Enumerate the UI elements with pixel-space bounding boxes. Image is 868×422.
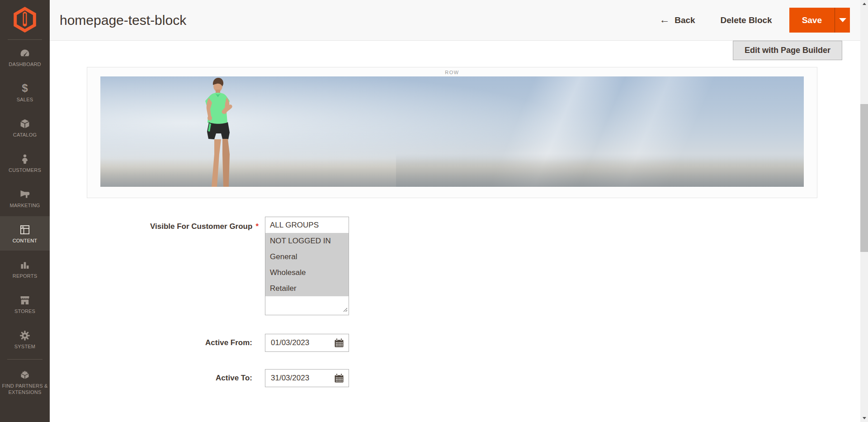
magento-logo[interactable]	[0, 0, 50, 39]
option-wholesale[interactable]: Wholesale	[265, 265, 349, 280]
active-to-field	[265, 369, 349, 387]
sidebar-nav: DASHBOARD $ SALES CATALOG CUSTOMERS	[0, 40, 50, 402]
scroll-down-icon	[863, 417, 866, 419]
option-all-groups[interactable]: ALL GROUPS	[265, 217, 349, 233]
sidebar-divider	[7, 359, 42, 360]
reports-icon	[1, 259, 49, 270]
page-builder-toolbar: Edit with Page Builder	[50, 41, 860, 67]
content-icon	[1, 223, 49, 235]
sidebar-item-label: MARKETING	[1, 202, 49, 209]
sidebar-item-catalog[interactable]: CATALOG	[0, 110, 50, 145]
scroll-up-icon	[863, 3, 866, 5]
sidebar-item-sales[interactable]: $ SALES	[0, 75, 50, 109]
customer-group-multiselect[interactable]: ALL GROUPS NOT LOGGED IN General Wholesa…	[265, 217, 349, 315]
sidebar-item-label: SYSTEM	[1, 343, 49, 350]
back-label: Back	[675, 15, 695, 25]
required-mark: *	[255, 222, 259, 231]
sidebar-item-reports[interactable]: REPORTS	[0, 251, 50, 286]
block-preview[interactable]: ROW	[87, 67, 817, 198]
customer-group-row: Visible For Customer Group* ALL GROUPS N…	[50, 217, 860, 315]
sidebar-item-dashboard[interactable]: DASHBOARD	[0, 40, 50, 74]
dashboard-icon	[1, 47, 49, 59]
option-not-logged-in[interactable]: NOT LOGGED IN	[265, 233, 349, 249]
sidebar-item-label: REPORTS	[1, 273, 49, 279]
magento-admin-app: DASHBOARD $ SALES CATALOG CUSTOMERS	[0, 0, 868, 422]
calendar-icon	[334, 338, 344, 348]
sidebar-item-find-partners[interactable]: FIND PARTNERS & EXTENSIONS	[0, 361, 50, 402]
scrollbar-down-button[interactable]	[860, 414, 868, 422]
sidebar-item-label: CATALOG	[1, 132, 49, 138]
resize-handle-icon[interactable]	[343, 306, 348, 314]
scrollbar-thumb[interactable]	[860, 104, 868, 252]
delete-block-button[interactable]: Delete Block	[721, 15, 772, 25]
active-from-field	[265, 334, 349, 352]
catalog-icon	[1, 118, 49, 129]
active-from-label: Active From:	[205, 338, 252, 347]
active-from-row: Active From:	[50, 334, 860, 352]
sidebar: DASHBOARD $ SALES CATALOG CUSTOMERS	[0, 0, 50, 422]
sales-icon: $	[1, 82, 49, 94]
customers-icon	[1, 153, 49, 165]
active-to-calendar-button[interactable]	[334, 373, 344, 383]
sidebar-item-label: DASHBOARD	[1, 61, 49, 67]
page-actions: ← Back Delete Block Save	[659, 8, 850, 33]
option-retailer[interactable]: Retailer	[265, 280, 349, 296]
sidebar-item-label: CONTENT	[1, 237, 49, 244]
chevron-down-icon	[839, 18, 846, 22]
sidebar-item-stores[interactable]: STORES	[0, 287, 50, 321]
sidebar-item-system[interactable]: SYSTEM	[0, 322, 50, 356]
active-to-label: Active To:	[216, 374, 252, 382]
active-from-calendar-button[interactable]	[334, 338, 344, 348]
find-partners-icon	[1, 369, 49, 380]
sidebar-item-label: FIND PARTNERS & EXTENSIONS	[1, 383, 49, 395]
active-from-input[interactable]	[271, 338, 321, 347]
content-area: Edit with Page Builder ROW	[50, 41, 860, 387]
customer-group-label: Visible For Customer Group	[150, 222, 252, 231]
hero-image	[100, 76, 804, 187]
marketing-icon	[1, 188, 49, 200]
sidebar-item-content[interactable]: CONTENT	[0, 216, 50, 251]
sidebar-item-customers[interactable]: CUSTOMERS	[0, 146, 50, 180]
back-button[interactable]: ← Back	[659, 15, 695, 25]
save-split-button: Save	[789, 8, 850, 33]
stores-icon	[1, 294, 49, 306]
main-panel: homepage-test-block ← Back Delete Block …	[50, 0, 860, 422]
sidebar-item-label: SALES	[1, 96, 49, 103]
option-general[interactable]: General	[265, 249, 349, 265]
sidebar-item-label: STORES	[1, 308, 49, 314]
save-options-button[interactable]	[835, 8, 850, 33]
calendar-icon	[334, 373, 344, 383]
active-to-row: Active To:	[50, 369, 860, 387]
system-icon	[1, 329, 49, 341]
vertical-scrollbar[interactable]	[860, 0, 868, 422]
sidebar-item-label: CUSTOMERS	[1, 167, 49, 173]
page-header: homepage-test-block ← Back Delete Block …	[50, 0, 860, 41]
runner-illustration	[188, 77, 247, 187]
edit-with-page-builder-button[interactable]: Edit with Page Builder	[733, 41, 842, 60]
row-label: ROW	[87, 67, 817, 76]
magento-logo-icon	[14, 7, 36, 33]
page-title: homepage-test-block	[60, 13, 659, 28]
back-arrow-icon: ←	[659, 14, 670, 25]
save-button[interactable]: Save	[789, 8, 835, 33]
active-to-input[interactable]	[271, 374, 321, 383]
block-settings-form: Visible For Customer Group* ALL GROUPS N…	[50, 217, 860, 387]
sidebar-item-marketing[interactable]: MARKETING	[0, 181, 50, 215]
scrollbar-up-button[interactable]	[860, 0, 868, 8]
